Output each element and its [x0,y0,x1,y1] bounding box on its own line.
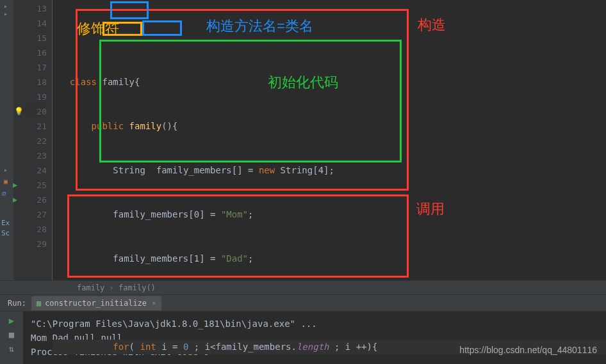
line-number: 24 [14,163,47,178]
watermark: https://blog.csdn.net/qq_44801116 [459,345,597,355]
line-number: 29 [14,237,47,251]
run-gutter-icon[interactable]: ▶ [13,178,17,193]
line-number: 28 [14,222,47,237]
editor-area: ▸ ▸ ▸ ▣ m Ex Sc 13 14 15 16 17 18 19 💡20… [0,0,606,280]
line-number: 15 [14,31,47,45]
label-sc: Sc [1,229,10,237]
code-editor[interactable]: class family{ public family(){ String fa… [53,0,606,280]
run-gutter-icon[interactable]: ▶ [13,193,17,207]
layout-icon[interactable]: ⇅ [9,344,14,354]
line-number: 23 [14,148,47,163]
line-number: 13 [14,1,47,16]
run-config-icon: ▦ [37,299,41,308]
line-gutter: 13 14 15 16 17 18 19 💡20 21 22 23 24 ▶25… [14,0,53,280]
rerun-icon[interactable]: ▶ [9,315,14,326]
bulb-icon[interactable]: 💡 [14,104,24,119]
line-number: 21 [14,119,47,134]
line-number: 💡20 [14,104,47,119]
line-number: ▶26 [14,193,47,207]
folder-icon[interactable]: ▣ [4,178,8,185]
line-number: 27 [14,207,47,222]
line-number: 16 [14,45,47,60]
line-number: ▶25 [14,178,47,193]
line-number: 18 [14,75,47,90]
fold-icon[interactable]: ▸ [4,166,8,173]
line-number: 14 [14,16,47,31]
line-number: 19 [14,90,47,104]
line-number: 22 [14,134,47,148]
line-number: 17 [14,60,47,75]
fold-icon[interactable]: ▸ [4,10,8,17]
run-label: Run: [3,299,31,308]
tool-strip: ▸ ▸ ▸ ▣ m Ex Sc [0,0,14,280]
label-ex: Ex [1,219,10,227]
fold-icon[interactable]: ▸ [4,3,8,10]
run-toolbar: ▶ ■ ⇅ [0,312,23,364]
stop-icon[interactable]: ■ [9,329,14,340]
label-m: m [1,189,6,198]
